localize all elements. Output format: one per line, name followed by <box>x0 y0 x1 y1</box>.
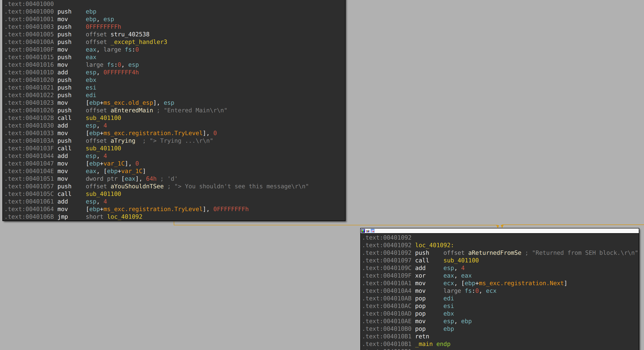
asm-token-cmt: ; "> You shouldn't see this message\r\n" <box>167 183 309 190</box>
group-node-icon[interactable] <box>371 229 374 233</box>
asm-line[interactable]: .text:0040105C call sub_401100 <box>4 190 345 198</box>
asm-line[interactable]: .text:0040109F xor eax, eax <box>362 272 639 279</box>
asm-token-mem: ms_exc.old_esp <box>104 99 153 106</box>
asm-token-addr: .text:00401021 <box>4 84 57 91</box>
asm-token-mn: xor <box>415 272 444 279</box>
asm-token-pl: [ <box>86 160 89 167</box>
asm-token-addr: .text:00401092 <box>362 234 412 241</box>
asm-token-num: 0FFFFFFF4h <box>104 69 139 76</box>
asm-token-pl: , <box>96 16 104 23</box>
asm-token-num: 0FFFFFFFFh <box>86 23 121 30</box>
basic-block-node-00401092[interactable]: .text:00401092.text:00401092 loc_401092:… <box>360 228 639 350</box>
asm-token-kw: offset <box>444 249 468 256</box>
asm-token-mn: push <box>57 31 86 38</box>
asm-token-addr: .text:004010AC <box>362 302 415 309</box>
asm-line[interactable]: .text:00401005 push offset stru_402538 <box>4 31 345 38</box>
asm-line[interactable]: .text:004010B1 retn <box>362 333 639 340</box>
asm-line[interactable]: .text:0040106B jmp short loc_401092 <box>4 213 345 221</box>
asm-line[interactable]: .text:004010AB pop edi <box>362 295 639 302</box>
asm-token-name: sub_401100 <box>444 257 479 264</box>
asm-token-pl: [ <box>86 130 89 136</box>
asm-token-reg: esi <box>444 302 454 309</box>
asm-token-name: _except_handler3 <box>110 39 167 45</box>
asm-token-reg: esp <box>86 198 96 205</box>
asm-line[interactable]: .text:0040100A push offset _except_handl… <box>4 38 345 46</box>
asm-token-mn: push <box>57 8 86 15</box>
asm-token-pl: ], <box>203 206 213 213</box>
basic-block-node-00401000[interactable]: .text:00401000.text:00401000 push ebp.te… <box>2 0 346 221</box>
asm-line[interactable]: .text:00401021 push esi <box>4 84 345 91</box>
asm-token-name: sub_401100 <box>86 114 121 121</box>
asm-line[interactable]: .text:0040100F mov eax, large fs:0 <box>4 46 345 53</box>
asm-token-addr: .text:00401026 <box>4 107 57 114</box>
asm-line[interactable]: .text:00401000 <box>4 0 345 8</box>
asm-line[interactable]: .text:0040103F call sub_401100 <box>4 145 345 152</box>
asm-token-mn: push <box>57 137 86 144</box>
asm-line[interactable]: .text:00401092 loc_401092: <box>362 242 639 249</box>
asm-token-reg: esp <box>86 122 96 129</box>
asm-token-mn: push <box>57 23 86 30</box>
asm-token-num: 4 <box>104 152 107 159</box>
asm-line[interactable]: .text:00401001 mov ebp, esp <box>4 16 345 23</box>
asm-line[interactable]: .text:00401092 push offset aReturnedFrom… <box>362 249 639 257</box>
asm-line[interactable]: .text:00401061 add esp, 4 <box>4 198 345 205</box>
asm-token-mn: retn <box>415 333 429 340</box>
asm-line[interactable]: .text:00401026 push offset aEnteredMain … <box>4 107 345 114</box>
asm-token-num: 0 <box>118 61 121 68</box>
asm-line[interactable]: .text:00401016 mov large fs:0, esp <box>4 61 345 69</box>
asm-line[interactable]: .text:004010B1 <box>362 348 639 350</box>
asm-token-name: _main <box>415 340 433 347</box>
graph-canvas[interactable]: .text:00401000.text:00401000 push ebp.te… <box>0 0 644 350</box>
asm-token-reg: esp <box>444 265 454 271</box>
asm-line[interactable]: .text:004010A4 mov large fs:0, ecx <box>362 287 639 295</box>
asm-line[interactable]: .text:004010B1 _main endp <box>362 340 639 348</box>
asm-line[interactable]: .text:0040109C add esp, 4 <box>362 264 639 272</box>
asm-token-pl <box>433 340 436 347</box>
asm-line[interactable]: .text:004010B0 pop ebp <box>362 325 639 333</box>
asm-line[interactable]: .text:00401092 <box>362 234 639 242</box>
asm-line[interactable]: .text:004010AE mov esp, ebp <box>362 317 639 325</box>
asm-line[interactable]: .text:00401057 push offset aYouShouldnTS… <box>4 183 345 190</box>
asm-line[interactable]: .text:00401033 mov [ebp+ms_exc.registrat… <box>4 129 345 137</box>
asm-token-reg: ecx <box>486 287 496 294</box>
asm-line[interactable]: .text:00401097 call sub_401100 <box>362 257 639 264</box>
asm-line[interactable]: .text:00401047 mov [ebp+var_1C], 0 <box>4 160 345 167</box>
asm-line[interactable]: .text:00401000 push ebp <box>4 8 345 16</box>
asm-line[interactable]: .text:00401064 mov [ebp+ms_exc.registrat… <box>4 205 345 213</box>
asm-token-cmt: ; "Entered Main\r\n" <box>157 107 228 114</box>
asm-line[interactable]: .text:00401023 mov [ebp+ms_exc.old_esp],… <box>4 99 345 107</box>
asm-line[interactable]: .text:00401003 push 0FFFFFFFFh <box>4 23 345 31</box>
node2-titlebar[interactable] <box>361 228 639 234</box>
asm-token-mn: jmp <box>57 213 86 220</box>
asm-token-mem: ms_exc.registration.TryLevel <box>104 130 203 136</box>
asm-line[interactable]: .text:0040101D add esp, 0FFFFFFF4h <box>4 69 345 76</box>
asm-line[interactable]: .text:00401051 mov dword ptr [eax], 64h … <box>4 175 345 183</box>
edge-incoming-arrow-icon <box>500 225 504 228</box>
asm-line[interactable]: .text:00401030 add esp, 4 <box>4 122 345 129</box>
asm-token-grn: endp <box>436 340 450 347</box>
set-node-color-icon[interactable] <box>361 229 365 233</box>
edit-node-icon[interactable] <box>366 229 370 233</box>
asm-line[interactable]: .text:00401044 add esp, 4 <box>4 152 345 160</box>
asm-token-addr: .text:0040102B <box>4 114 57 121</box>
asm-token-reg: esi <box>86 84 96 91</box>
asm-token-mn: push <box>57 92 86 99</box>
asm-token-addr: .text:004010AB <box>362 295 415 302</box>
asm-token-pl: , <box>96 46 104 53</box>
asm-token-reg: ebp <box>89 99 100 106</box>
asm-token-addr: .text:00401047 <box>4 160 57 167</box>
asm-line[interactable]: .text:0040102B call sub_401100 <box>4 114 345 122</box>
asm-line[interactable]: .text:004010A1 mov ecx, [ebp+ms_exc.regi… <box>362 279 639 287</box>
asm-token-pl: ] <box>564 280 568 287</box>
asm-line[interactable]: .text:004010AC pop esi <box>362 302 639 310</box>
asm-line[interactable]: .text:00401020 push ebx <box>4 76 345 84</box>
asm-line[interactable]: .text:0040104E mov eax, [ebp+var_1C] <box>4 167 345 175</box>
asm-line[interactable]: .text:0040103A push offset aTrying ; "> … <box>4 137 345 145</box>
asm-token-addr: .text:0040109F <box>362 272 415 279</box>
asm-token-num: 0 <box>135 46 139 53</box>
asm-line[interactable]: .text:00401015 push eax <box>4 53 345 61</box>
asm-line[interactable]: .text:00401022 push edi <box>4 91 345 99</box>
asm-line[interactable]: .text:004010AD pop ebx <box>362 310 639 317</box>
asm-token-addr: .text:00401016 <box>4 61 57 68</box>
asm-token-reg: ebp <box>89 130 100 136</box>
